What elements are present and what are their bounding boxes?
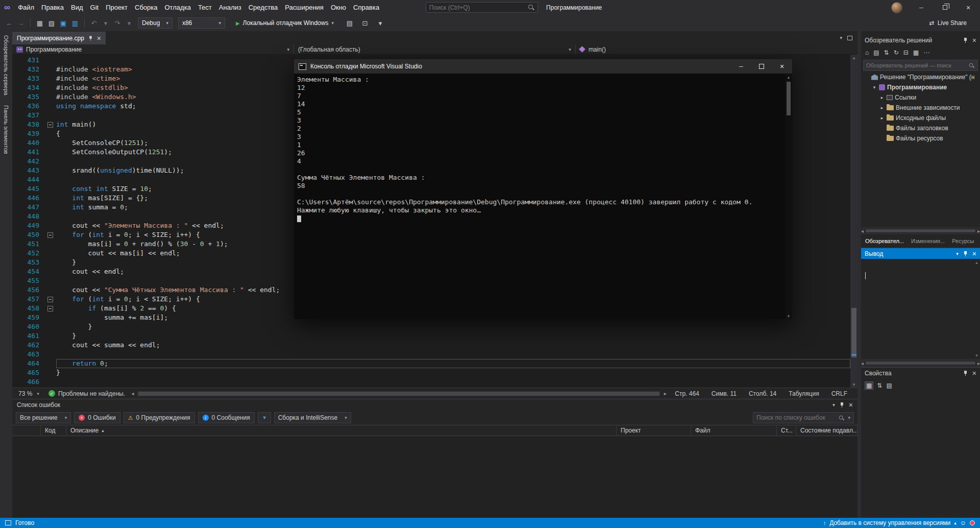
pin-icon[interactable] (840, 402, 844, 408)
scrollbar-thumb[interactable] (851, 308, 856, 358)
caret-field[interactable]: Стр. 464 (675, 390, 699, 397)
panel-tab[interactable]: Изменения... (908, 234, 948, 248)
live-share-button[interactable]: Live Share (929, 19, 976, 27)
side-tab[interactable]: Панель элементов (3, 105, 9, 154)
close-icon[interactable] (972, 250, 976, 258)
close-tab-icon[interactable] (97, 34, 101, 42)
menu-item[interactable]: Отладка (161, 0, 194, 15)
console-scrollbar[interactable] (785, 74, 792, 319)
scrollbar-thumb[interactable] (138, 392, 659, 396)
line-number[interactable]: 440 (12, 138, 44, 148)
pin-icon[interactable] (963, 370, 968, 376)
scroll-up-icon[interactable] (788, 74, 790, 80)
console-output[interactable]: Элементы Массива :1271453231264 Сумма Чё… (294, 74, 792, 319)
tree-item-external-dependencies[interactable]: ▸Внешние зависимости (861, 103, 980, 113)
home-icon[interactable]: ⌂ (865, 49, 869, 56)
solution-search-input[interactable] (866, 62, 966, 68)
tree-arrow-icon[interactable]: ▸ (879, 95, 885, 100)
caret-field[interactable]: CRLF (831, 390, 847, 397)
property-pages-icon[interactable]: ▤ (886, 382, 892, 389)
window-menu-icon[interactable] (956, 251, 959, 256)
pin-icon[interactable] (963, 37, 968, 43)
line-number[interactable]: 436 (12, 102, 44, 111)
error-list-column-header[interactable]: Код (41, 425, 66, 436)
menu-item[interactable]: Средства (245, 0, 282, 15)
line-number[interactable]: 457 (12, 295, 44, 304)
menu-item[interactable]: Проект (102, 0, 131, 15)
tree-item-resource-files[interactable]: Файлы ресурсов (861, 133, 980, 143)
console-maximize-button[interactable] (751, 59, 772, 74)
line-number[interactable]: 466 (12, 377, 44, 387)
new-project-icon[interactable]: ▦ (35, 17, 45, 29)
scroll-down-icon[interactable] (788, 313, 790, 319)
menu-item[interactable]: Git (87, 0, 103, 15)
line-number[interactable]: 461 (12, 331, 44, 341)
line-number[interactable]: 450 (12, 230, 44, 239)
properties-panel-header[interactable]: Свойства (861, 367, 980, 378)
solution-search[interactable] (861, 59, 980, 72)
line-number[interactable]: 448 (12, 212, 44, 221)
line-number[interactable]: 445 (12, 184, 44, 194)
output-panel-body[interactable] (861, 259, 980, 359)
quick-actions-icon[interactable]: ▤ (345, 17, 355, 29)
line-number[interactable]: 452 (12, 249, 44, 258)
sync-with-active-document-icon[interactable]: ⇅ (884, 49, 889, 56)
save-all-icon[interactable]: ▥ (70, 17, 80, 29)
line-number[interactable]: 437 (12, 111, 44, 120)
line-number[interactable]: 442 (12, 157, 44, 166)
caret-field[interactable]: Столб. 14 (749, 390, 776, 397)
scroll-left-icon[interactable] (861, 361, 864, 366)
add-to-source-control-button[interactable]: Добавить в систему управления версиями (829, 519, 950, 526)
save-icon[interactable]: ▣ (58, 17, 68, 29)
zoom-control[interactable]: 73 % (12, 390, 45, 397)
background-tasks-icon[interactable] (5, 520, 11, 525)
user-avatar[interactable] (891, 2, 902, 13)
line-number[interactable]: 447 (12, 203, 44, 212)
error-list-search[interactable] (753, 412, 854, 423)
menu-item[interactable]: Сборка (131, 0, 161, 15)
editor-vertical-scrollbar[interactable] (850, 55, 857, 388)
scope-filter-dropdown[interactable]: Все решение (16, 412, 71, 423)
line-number[interactable]: 435 (12, 92, 44, 102)
redo-icon[interactable]: ↷ (112, 17, 122, 29)
fold-collapse-icon[interactable] (47, 122, 53, 128)
undo-dropdown-icon[interactable]: ▾ (101, 17, 111, 29)
source-filter-dropdown[interactable]: Сборка и IntelliSense (274, 412, 351, 423)
output-vertical-scrollbar[interactable] (973, 260, 980, 358)
menu-item[interactable]: Правка (38, 0, 67, 15)
panel-tab[interactable]: Обозревател... (862, 234, 907, 248)
project-dropdown[interactable]: Программирование (12, 44, 294, 54)
error-list-column-header[interactable] (12, 425, 41, 436)
error-list-body[interactable] (12, 436, 857, 518)
collapse-all-icon[interactable]: ⊟ (903, 49, 909, 56)
line-number[interactable]: 454 (12, 267, 44, 276)
code-text[interactable] (56, 377, 850, 387)
line-number[interactable]: 431 (12, 56, 44, 65)
redo-dropdown-icon[interactable]: ▾ (124, 17, 134, 29)
line-number[interactable]: 463 (12, 350, 44, 359)
alphabetical-icon[interactable]: ⇅ (877, 382, 882, 389)
code-line[interactable]: 463 (12, 350, 850, 359)
member-dropdown[interactable]: main() (576, 44, 857, 54)
quick-launch-input[interactable] (429, 4, 528, 11)
close-icon[interactable] (972, 36, 976, 44)
code-line[interactable]: 462 cout << summa << endl; (12, 341, 850, 350)
switch-views-icon[interactable]: ▤ (873, 49, 879, 56)
toolbar-overflow-icon[interactable]: ▾ (375, 17, 385, 29)
scrollbar-track[interactable] (137, 391, 660, 396)
close-icon[interactable] (972, 369, 976, 377)
line-number[interactable]: 462 (12, 341, 44, 350)
window-menu-icon[interactable] (832, 402, 835, 407)
menu-item[interactable]: Вид (67, 0, 87, 15)
tree-item-source-files[interactable]: ▸Исходные файлы (861, 113, 980, 123)
caret-field[interactable]: Табуляция (789, 390, 819, 397)
open-file-icon[interactable]: ▨ (46, 17, 57, 29)
line-number[interactable]: 441 (12, 148, 44, 157)
fold-collapse-icon[interactable] (47, 297, 53, 302)
scroll-up-icon[interactable] (850, 55, 857, 61)
line-number[interactable]: 460 (12, 322, 44, 331)
tree-item-project[interactable]: ▾Программирование (861, 82, 980, 92)
error-list-search-input[interactable] (756, 414, 835, 421)
preview-icon[interactable]: ⊡ (360, 17, 370, 29)
line-number[interactable]: 449 (12, 221, 44, 230)
